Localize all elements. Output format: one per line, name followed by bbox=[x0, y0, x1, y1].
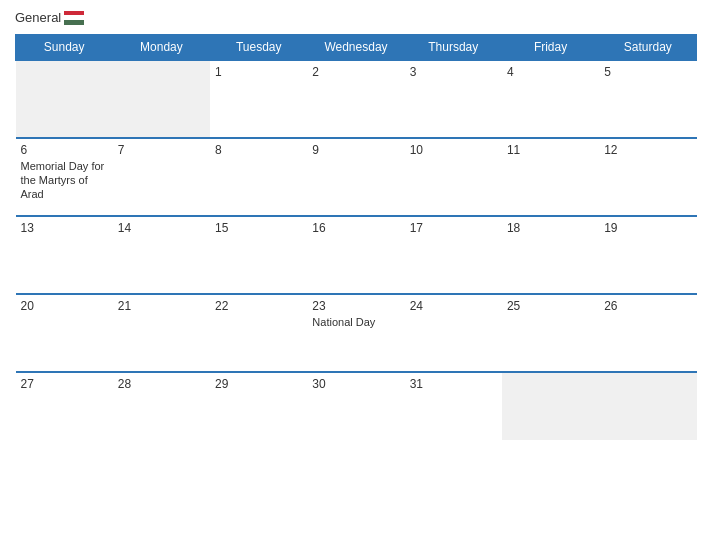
calendar-cell: 7 bbox=[113, 138, 210, 216]
logo-flag bbox=[64, 11, 84, 25]
calendar-cell: 2 bbox=[307, 60, 404, 138]
weekday-wednesday: Wednesday bbox=[307, 34, 404, 60]
week-row-1: 6Memorial Day for the Martyrs of Arad789… bbox=[16, 138, 697, 216]
day-number: 1 bbox=[215, 65, 302, 79]
calendar-cell: 13 bbox=[16, 216, 113, 294]
weekday-thursday: Thursday bbox=[405, 34, 502, 60]
day-number: 26 bbox=[604, 299, 691, 313]
day-number: 20 bbox=[21, 299, 108, 313]
day-number: 9 bbox=[312, 143, 399, 157]
week-row-0: 12345 bbox=[16, 60, 697, 138]
calendar-cell: 21 bbox=[113, 294, 210, 372]
week-row-3: 20212223National Day242526 bbox=[16, 294, 697, 372]
day-number: 10 bbox=[410, 143, 497, 157]
day-number: 31 bbox=[410, 377, 497, 391]
weekday-tuesday: Tuesday bbox=[210, 34, 307, 60]
calendar-cell bbox=[16, 60, 113, 138]
day-number: 19 bbox=[604, 221, 691, 235]
day-number: 16 bbox=[312, 221, 399, 235]
calendar-cell: 28 bbox=[113, 372, 210, 440]
calendar-cell: 27 bbox=[16, 372, 113, 440]
calendar-grid: SundayMondayTuesdayWednesdayThursdayFrid… bbox=[15, 34, 697, 440]
week-row-2: 13141516171819 bbox=[16, 216, 697, 294]
calendar-cell: 18 bbox=[502, 216, 599, 294]
calendar-cell bbox=[113, 60, 210, 138]
day-number: 15 bbox=[215, 221, 302, 235]
day-number: 4 bbox=[507, 65, 594, 79]
day-number: 28 bbox=[118, 377, 205, 391]
logo-text-general: General bbox=[15, 10, 61, 26]
calendar-cell: 15 bbox=[210, 216, 307, 294]
calendar-cell: 17 bbox=[405, 216, 502, 294]
day-number: 25 bbox=[507, 299, 594, 313]
day-number: 23 bbox=[312, 299, 399, 313]
calendar-cell: 6Memorial Day for the Martyrs of Arad bbox=[16, 138, 113, 216]
calendar-cell: 30 bbox=[307, 372, 404, 440]
day-number: 12 bbox=[604, 143, 691, 157]
day-number: 18 bbox=[507, 221, 594, 235]
day-number: 6 bbox=[21, 143, 108, 157]
day-number: 7 bbox=[118, 143, 205, 157]
calendar-cell: 11 bbox=[502, 138, 599, 216]
day-number: 27 bbox=[21, 377, 108, 391]
day-number: 14 bbox=[118, 221, 205, 235]
week-row-4: 2728293031 bbox=[16, 372, 697, 440]
header: General bbox=[15, 10, 697, 26]
calendar-cell: 26 bbox=[599, 294, 696, 372]
calendar-cell: 25 bbox=[502, 294, 599, 372]
day-number: 3 bbox=[410, 65, 497, 79]
calendar-cell: 16 bbox=[307, 216, 404, 294]
calendar-cell: 29 bbox=[210, 372, 307, 440]
day-number: 17 bbox=[410, 221, 497, 235]
calendar-container: General SundayMondayTuesdayWednesdayThur… bbox=[0, 0, 712, 550]
calendar-cell: 24 bbox=[405, 294, 502, 372]
calendar-cell: 23National Day bbox=[307, 294, 404, 372]
calendar-cell: 10 bbox=[405, 138, 502, 216]
calendar-cell bbox=[502, 372, 599, 440]
calendar-cell: 20 bbox=[16, 294, 113, 372]
day-number: 2 bbox=[312, 65, 399, 79]
weekday-friday: Friday bbox=[502, 34, 599, 60]
day-number: 8 bbox=[215, 143, 302, 157]
weekday-sunday: Sunday bbox=[16, 34, 113, 60]
calendar-cell: 9 bbox=[307, 138, 404, 216]
calendar-cell: 5 bbox=[599, 60, 696, 138]
day-number: 30 bbox=[312, 377, 399, 391]
day-number: 24 bbox=[410, 299, 497, 313]
calendar-cell bbox=[599, 372, 696, 440]
calendar-cell: 19 bbox=[599, 216, 696, 294]
day-number: 5 bbox=[604, 65, 691, 79]
day-number: 21 bbox=[118, 299, 205, 313]
weekday-header-row: SundayMondayTuesdayWednesdayThursdayFrid… bbox=[16, 34, 697, 60]
calendar-cell: 12 bbox=[599, 138, 696, 216]
event-label: Memorial Day for the Martyrs of Arad bbox=[21, 159, 108, 202]
event-label: National Day bbox=[312, 315, 399, 329]
calendar-cell: 3 bbox=[405, 60, 502, 138]
calendar-cell: 31 bbox=[405, 372, 502, 440]
day-number: 29 bbox=[215, 377, 302, 391]
weekday-saturday: Saturday bbox=[599, 34, 696, 60]
calendar-cell: 1 bbox=[210, 60, 307, 138]
weekday-monday: Monday bbox=[113, 34, 210, 60]
day-number: 11 bbox=[507, 143, 594, 157]
logo: General bbox=[15, 10, 84, 26]
calendar-cell: 4 bbox=[502, 60, 599, 138]
calendar-cell: 8 bbox=[210, 138, 307, 216]
calendar-cell: 22 bbox=[210, 294, 307, 372]
day-number: 22 bbox=[215, 299, 302, 313]
day-number: 13 bbox=[21, 221, 108, 235]
calendar-cell: 14 bbox=[113, 216, 210, 294]
